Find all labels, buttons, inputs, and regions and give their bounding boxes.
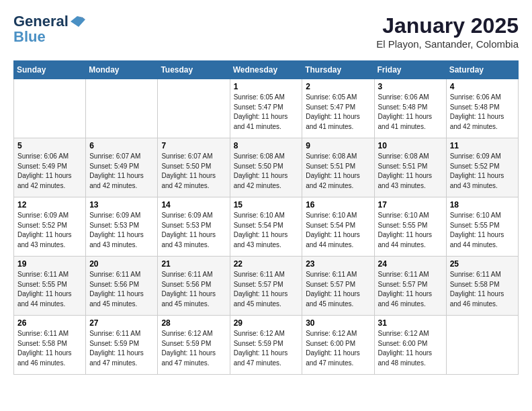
day-info: Sunrise: 6:05 AMSunset: 5:47 PMDaylight:…	[234, 93, 299, 132]
day-info: Sunrise: 6:09 AMSunset: 5:52 PMDaylight:…	[450, 152, 515, 191]
day-number: 26	[17, 318, 82, 328]
col-header-monday: Monday	[86, 61, 158, 79]
day-number: 31	[378, 318, 443, 328]
calendar-header-row: SundayMondayTuesdayWednesdayThursdayFrid…	[14, 61, 519, 79]
day-number: 25	[450, 259, 515, 269]
day-info: Sunrise: 6:11 AMSunset: 5:55 PMDaylight:…	[17, 270, 82, 309]
calendar-cell: 22Sunrise: 6:11 AMSunset: 5:57 PMDayligh…	[230, 257, 302, 316]
day-info: Sunrise: 6:08 AMSunset: 5:50 PMDaylight:…	[234, 152, 299, 191]
calendar-cell: 27Sunrise: 6:11 AMSunset: 5:59 PMDayligh…	[86, 316, 158, 375]
day-info: Sunrise: 6:12 AMSunset: 6:00 PMDaylight:…	[378, 329, 443, 368]
calendar-cell: 18Sunrise: 6:10 AMSunset: 5:55 PMDayligh…	[446, 197, 518, 257]
day-number: 1	[234, 82, 299, 91]
calendar-cell: 7Sunrise: 6:07 AMSunset: 5:50 PMDaylight…	[158, 138, 230, 197]
calendar-cell: 2Sunrise: 6:05 AMSunset: 5:47 PMDaylight…	[302, 79, 374, 138]
day-number: 3	[378, 82, 443, 91]
day-info: Sunrise: 6:12 AMSunset: 6:00 PMDaylight:…	[306, 329, 370, 368]
day-info: Sunrise: 6:08 AMSunset: 5:51 PMDaylight:…	[306, 152, 370, 191]
day-info: Sunrise: 6:11 AMSunset: 5:57 PMDaylight:…	[234, 270, 299, 309]
week-row-3: 12Sunrise: 6:09 AMSunset: 5:52 PMDayligh…	[14, 197, 519, 257]
col-header-friday: Friday	[374, 61, 446, 79]
day-info: Sunrise: 6:10 AMSunset: 5:54 PMDaylight:…	[306, 211, 370, 250]
calendar-cell	[446, 316, 518, 375]
calendar-cell: 5Sunrise: 6:06 AMSunset: 5:49 PMDaylight…	[14, 138, 86, 197]
title-block: January 2025 El Playon, Santander, Colom…	[376, 13, 519, 50]
calendar-cell	[14, 79, 86, 138]
day-number: 21	[161, 259, 226, 269]
location-title: El Playon, Santander, Colombia	[376, 38, 519, 50]
calendar-cell: 1Sunrise: 6:05 AMSunset: 5:47 PMDaylight…	[230, 79, 302, 138]
calendar-cell: 10Sunrise: 6:08 AMSunset: 5:51 PMDayligh…	[374, 138, 446, 197]
day-info: Sunrise: 6:12 AMSunset: 5:59 PMDaylight:…	[234, 329, 299, 368]
day-info: Sunrise: 6:11 AMSunset: 5:56 PMDaylight:…	[89, 270, 154, 309]
calendar-table: SundayMondayTuesdayWednesdayThursdayFrid…	[13, 60, 519, 375]
day-info: Sunrise: 6:11 AMSunset: 5:59 PMDaylight:…	[89, 329, 154, 368]
calendar-cell: 23Sunrise: 6:11 AMSunset: 5:57 PMDayligh…	[302, 257, 374, 316]
day-info: Sunrise: 6:11 AMSunset: 5:56 PMDaylight:…	[161, 270, 226, 309]
day-number: 13	[89, 200, 154, 210]
week-row-1: 1Sunrise: 6:05 AMSunset: 5:47 PMDaylight…	[14, 79, 519, 138]
calendar-cell: 15Sunrise: 6:10 AMSunset: 5:54 PMDayligh…	[230, 197, 302, 257]
day-info: Sunrise: 6:07 AMSunset: 5:49 PMDaylight:…	[89, 152, 154, 191]
day-number: 11	[450, 141, 515, 150]
day-info: Sunrise: 6:09 AMSunset: 5:53 PMDaylight:…	[89, 211, 154, 250]
calendar-cell	[158, 79, 230, 138]
week-row-5: 26Sunrise: 6:11 AMSunset: 5:58 PMDayligh…	[14, 316, 519, 375]
day-info: Sunrise: 6:10 AMSunset: 5:55 PMDaylight:…	[378, 211, 443, 250]
day-number: 9	[306, 141, 370, 150]
calendar-cell: 19Sunrise: 6:11 AMSunset: 5:55 PMDayligh…	[14, 257, 86, 316]
month-title: January 2025	[376, 13, 519, 38]
day-number: 30	[306, 318, 370, 328]
calendar-cell: 16Sunrise: 6:10 AMSunset: 5:54 PMDayligh…	[302, 197, 374, 257]
day-number: 2	[306, 82, 370, 91]
col-header-sunday: Sunday	[14, 61, 86, 79]
day-number: 7	[161, 141, 226, 150]
logo-bird-icon	[71, 16, 85, 27]
day-info: Sunrise: 6:08 AMSunset: 5:51 PMDaylight:…	[378, 152, 443, 191]
calendar-cell: 14Sunrise: 6:09 AMSunset: 5:53 PMDayligh…	[158, 197, 230, 257]
col-header-thursday: Thursday	[302, 61, 374, 79]
calendar-cell: 24Sunrise: 6:11 AMSunset: 5:57 PMDayligh…	[374, 257, 446, 316]
day-number: 22	[234, 259, 299, 269]
day-number: 16	[306, 200, 370, 210]
week-row-2: 5Sunrise: 6:06 AMSunset: 5:49 PMDaylight…	[14, 138, 519, 197]
day-number: 23	[306, 259, 370, 269]
day-number: 14	[161, 200, 226, 210]
day-info: Sunrise: 6:11 AMSunset: 5:57 PMDaylight:…	[378, 270, 443, 309]
calendar-cell: 4Sunrise: 6:06 AMSunset: 5:48 PMDaylight…	[446, 79, 518, 138]
calendar-cell: 29Sunrise: 6:12 AMSunset: 5:59 PMDayligh…	[230, 316, 302, 375]
calendar-cell: 9Sunrise: 6:08 AMSunset: 5:51 PMDaylight…	[302, 138, 374, 197]
day-number: 15	[234, 200, 299, 210]
calendar-cell: 8Sunrise: 6:08 AMSunset: 5:50 PMDaylight…	[230, 138, 302, 197]
day-number: 10	[378, 141, 443, 150]
day-number: 6	[89, 141, 154, 150]
day-info: Sunrise: 6:11 AMSunset: 5:57 PMDaylight:…	[306, 270, 370, 309]
logo-blue-text: Blue	[13, 29, 46, 45]
calendar-cell	[86, 79, 158, 138]
col-header-wednesday: Wednesday	[230, 61, 302, 79]
calendar-cell: 13Sunrise: 6:09 AMSunset: 5:53 PMDayligh…	[86, 197, 158, 257]
day-number: 18	[450, 200, 515, 210]
day-info: Sunrise: 6:06 AMSunset: 5:48 PMDaylight:…	[450, 93, 515, 132]
calendar-cell: 20Sunrise: 6:11 AMSunset: 5:56 PMDayligh…	[86, 257, 158, 316]
day-number: 28	[161, 318, 226, 328]
day-info: Sunrise: 6:06 AMSunset: 5:48 PMDaylight:…	[378, 93, 443, 132]
day-number: 27	[89, 318, 154, 328]
day-info: Sunrise: 6:11 AMSunset: 5:58 PMDaylight:…	[17, 329, 82, 368]
col-header-tuesday: Tuesday	[158, 61, 230, 79]
day-info: Sunrise: 6:12 AMSunset: 5:59 PMDaylight:…	[161, 329, 226, 368]
day-info: Sunrise: 6:10 AMSunset: 5:55 PMDaylight:…	[450, 211, 515, 250]
calendar-cell: 12Sunrise: 6:09 AMSunset: 5:52 PMDayligh…	[14, 197, 86, 257]
day-info: Sunrise: 6:06 AMSunset: 5:49 PMDaylight:…	[17, 152, 82, 191]
svg-marker-0	[71, 16, 85, 27]
day-number: 8	[234, 141, 299, 150]
calendar-cell: 30Sunrise: 6:12 AMSunset: 6:00 PMDayligh…	[302, 316, 374, 375]
day-number: 12	[17, 200, 82, 210]
day-number: 20	[89, 259, 154, 269]
calendar-cell: 28Sunrise: 6:12 AMSunset: 5:59 PMDayligh…	[158, 316, 230, 375]
logo: General Blue	[13, 13, 85, 45]
day-info: Sunrise: 6:11 AMSunset: 5:58 PMDaylight:…	[450, 270, 515, 309]
calendar-cell: 17Sunrise: 6:10 AMSunset: 5:55 PMDayligh…	[374, 197, 446, 257]
day-info: Sunrise: 6:09 AMSunset: 5:53 PMDaylight:…	[161, 211, 226, 250]
day-info: Sunrise: 6:10 AMSunset: 5:54 PMDaylight:…	[234, 211, 299, 250]
